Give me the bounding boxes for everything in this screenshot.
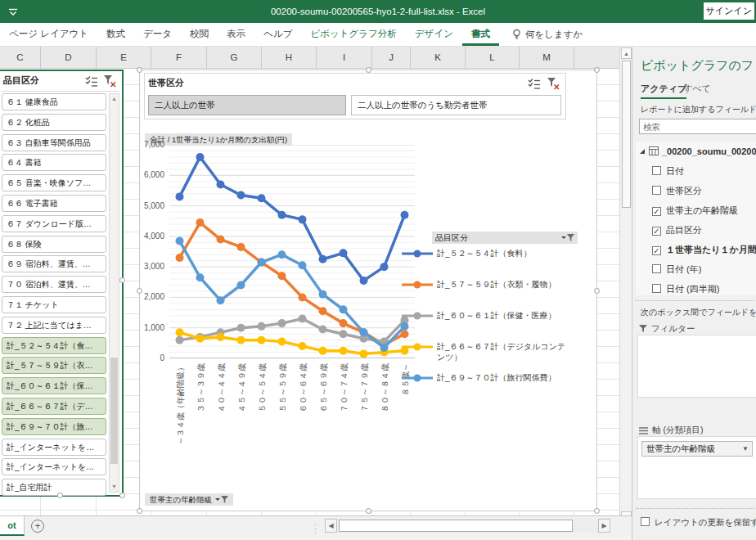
ribbon-tab[interactable]: 校閲 (181, 23, 218, 46)
pane-tab-active[interactable]: アクティブ (641, 83, 686, 99)
expand-arrow-icon[interactable] (639, 148, 646, 155)
axis-field-pill[interactable]: 世帯主の年齢階級 ▼ (641, 441, 753, 457)
selection-handle[interactable] (119, 493, 125, 498)
sheet-tab[interactable]: ot (0, 516, 25, 536)
selection-handle[interactable] (366, 508, 371, 514)
chart-data-point[interactable] (176, 328, 184, 336)
field-row[interactable]: ✓１世帯当たり１か月間の支出額 (652, 243, 756, 259)
multi-select-icon[interactable] (528, 79, 541, 89)
chart-data-point[interactable] (319, 326, 327, 334)
defer-layout-row[interactable]: レイアウトの更新を保留する (641, 517, 756, 529)
ribbon-tab[interactable]: ピボットグラフ分析 (301, 23, 405, 46)
chart-data-point[interactable] (176, 192, 184, 200)
pivot-chart[interactable]: 世帯区分 二人以上の世帯 二人以上の世帯のうち勤労者世帯 合計 / 1世帯当たり… (139, 70, 597, 511)
slicer-item[interactable]: 計_インターネットを… (2, 439, 106, 456)
legend-entry[interactable]: 計_５２～５４計（食料） (402, 248, 590, 259)
legend-entry[interactable]: 計_６９～７０計（旅行関係費） (402, 372, 590, 383)
chart-data-point[interactable] (299, 315, 307, 323)
ribbon-tab[interactable]: 書式 (462, 23, 499, 46)
chart-data-point[interactable] (278, 211, 286, 219)
field-checkbox[interactable] (652, 284, 661, 293)
slicer-item[interactable]: ７０ 宿泊料、運賃、… (2, 276, 106, 293)
chart-data-point[interactable] (196, 218, 205, 227)
chart-data-point[interactable] (217, 180, 225, 188)
slicer-item[interactable]: 計_５２～５４計（食… (2, 337, 106, 354)
slicer-button-two-or-more[interactable]: 二人以上の世帯 (148, 95, 346, 115)
chart-data-point[interactable] (176, 336, 184, 344)
field-checkbox[interactable]: ✓ (652, 207, 661, 216)
slicer-item[interactable]: ６７ ダウンロード版… (2, 215, 106, 232)
slicer-item[interactable]: ６３ 自動車等関係用品 (2, 134, 106, 151)
selection-handle[interactable] (137, 67, 142, 73)
chart-data-point[interactable] (217, 333, 225, 341)
chart-data-point[interactable] (401, 211, 409, 219)
chart-data-point[interactable] (258, 259, 266, 267)
chart-line-series[interactable] (180, 241, 405, 348)
ribbon-tab[interactable]: ヘルプ (254, 23, 301, 46)
column-header[interactable]: E (97, 47, 151, 68)
chart-data-point[interactable] (176, 236, 184, 245)
slicer-item[interactable]: ７２ 上記に当てはま… (2, 317, 106, 334)
chart-data-point[interactable] (237, 324, 245, 332)
chart-data-point[interactable] (278, 319, 286, 327)
column-header[interactable]: I (317, 47, 372, 68)
selection-handle[interactable] (137, 288, 142, 294)
selection-handle[interactable] (366, 67, 371, 73)
legend-entry[interactable]: 計_６０～６１計（保健・医療） (402, 310, 590, 321)
legend-entry[interactable]: 計_５７～５９計（衣類・履物） (402, 279, 590, 290)
slicer-item[interactable]: 計_５７～５９計（衣… (2, 357, 106, 374)
chart-data-point[interactable] (258, 336, 266, 344)
field-row[interactable]: 日付 (652, 164, 684, 181)
chart-data-point[interactable] (340, 305, 348, 313)
ribbon-tab[interactable]: 表示 (218, 23, 254, 46)
field-row[interactable]: 世帯区分 (652, 184, 702, 200)
slicer-item[interactable]: ６２ 化粧品 (2, 114, 106, 131)
column-header[interactable]: L (466, 47, 520, 68)
slicer-item[interactable]: 計_６６～６７計（デ… (2, 398, 106, 415)
field-checkbox[interactable] (652, 186, 661, 195)
chart-data-point[interactable] (278, 250, 286, 259)
scroll-thumb[interactable] (110, 358, 118, 464)
selection-handle[interactable] (594, 67, 600, 73)
chart-data-point[interactable] (380, 344, 389, 352)
selection-handle[interactable] (594, 508, 600, 514)
axis-drop-area[interactable]: 世帯主の年齢階級 ▼ (637, 436, 756, 499)
chart-data-point[interactable] (237, 191, 245, 200)
axis-field-button[interactable]: 世帯主の年齢階級 (145, 493, 233, 506)
chart-data-point[interactable] (237, 281, 245, 290)
field-table-row[interactable]: _00200_soumu_00200565 (639, 145, 756, 161)
tell-me-box[interactable]: 何をしますか (512, 23, 583, 46)
search-input[interactable] (639, 119, 756, 134)
slicer-item[interactable]: ７１ チケット (2, 296, 106, 313)
value-field-button[interactable]: 合計 / 1世帯当たり1か月間の支出額(円) (145, 133, 292, 146)
filters-drop-area[interactable] (637, 335, 756, 398)
field-checkbox[interactable]: ✓ (652, 246, 661, 255)
scroll-down-arrow[interactable]: ▼ (110, 482, 119, 492)
defer-layout-checkbox[interactable] (641, 517, 650, 526)
chart-data-point[interactable] (380, 263, 389, 271)
column-header[interactable]: C (0, 47, 41, 68)
slicer-item[interactable]: ６８ 保険 (2, 236, 106, 253)
chart-data-point[interactable] (196, 153, 205, 161)
chart-data-point[interactable] (196, 335, 205, 343)
chart-data-point[interactable] (299, 215, 307, 223)
slicer-item[interactable]: ６９ 宿泊料、運賃、… (2, 255, 106, 272)
clear-filter-icon[interactable] (547, 78, 560, 90)
field-row[interactable]: ✓品目区分 (652, 223, 702, 240)
hscroll-track[interactable] (337, 519, 598, 533)
hscroll-left-arrow[interactable]: ◀ (325, 519, 337, 533)
chart-data-point[interactable] (217, 296, 225, 304)
clear-filter-icon[interactable] (104, 75, 116, 88)
column-header[interactable]: J (372, 47, 411, 68)
slicer-item[interactable]: 計_６０～６１計（保… (2, 377, 106, 394)
sign-in-button[interactable]: サインイン (704, 2, 754, 20)
chart-data-point[interactable] (237, 336, 245, 344)
hscroll-thumb[interactable] (339, 520, 573, 532)
chart-data-point[interactable] (401, 322, 409, 331)
vertical-scrollbar[interactable]: ▲ ▼ (619, 47, 632, 524)
legend-entry[interactable]: 計_６６～６７計（デジタルコンテンツ） (402, 341, 590, 362)
scroll-up-arrow[interactable]: ▲ (621, 47, 632, 59)
field-checkbox[interactable] (652, 166, 661, 175)
pane-tab-all[interactable]: すべて (683, 83, 711, 95)
chart-data-point[interactable] (299, 342, 307, 350)
